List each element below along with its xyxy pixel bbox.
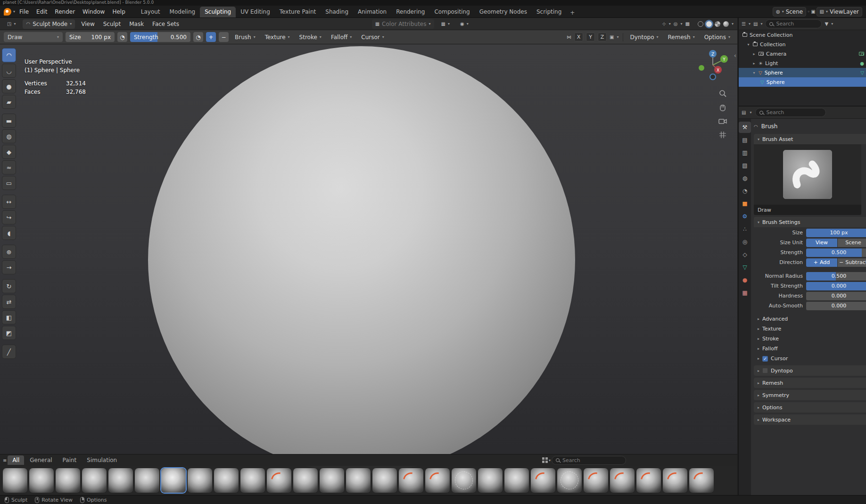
properties-tab-constraints[interactable]: ◇ [739,249,751,260]
tool-flatten[interactable]: ▭ [2,176,16,190]
outliner-search-input[interactable] [776,21,814,27]
brush-thumbnail-22[interactable] [584,468,608,493]
filter-icon[interactable]: ▼ [825,21,828,26]
tab-animation[interactable]: Animation [353,7,391,17]
menu-window[interactable]: Window [79,7,108,17]
stroke-dropdown[interactable]: Stroke ▾ [296,33,325,42]
panel-options[interactable]: ▸ Options [754,402,866,413]
menu-face-sets[interactable]: Face Sets [150,20,181,28]
shelf-search-input[interactable] [562,457,614,463]
symmetry-x-toggle[interactable]: X [574,33,583,41]
brush-thumbnail-23[interactable] [610,468,635,493]
viewport-3d[interactable]: User Perspective (1) Sphere | Sphere Ver… [0,44,737,495]
brush-settings-panel-header[interactable]: ▾ Brush Settings [754,217,866,227]
cursor-dropdown[interactable]: Cursor ▾ [358,33,387,42]
brush-thumbnail-10[interactable] [267,468,291,493]
remesh-dropdown[interactable]: Remesh ▾ [665,33,698,42]
properties-tab-modifiers[interactable]: ⚙ [739,211,751,222]
dyntopo-dropdown[interactable]: Dyntopo ▾ [627,33,662,42]
properties-tab-output[interactable]: ▥ [739,147,751,158]
shelf-tab-all[interactable]: All [8,455,24,465]
shelf-tab-paint[interactable]: Paint [58,455,82,465]
section-cursor[interactable]: ▸ Cursor [754,354,866,364]
properties-editor-icon[interactable]: ▤ [742,110,746,115]
tab-sculpting[interactable]: Sculpting [200,7,236,17]
strength-pressure-icon[interactable]: ◔ [193,32,203,42]
tool-slide-relax[interactable]: ⇄ [2,295,16,309]
grid-view-icon[interactable] [719,131,726,139]
symmetry-z-toggle[interactable]: Z [598,33,607,41]
outliner-editor-icon[interactable]: ☰ [742,21,746,26]
brush-thumbnail-17[interactable] [452,468,476,493]
outliner-display-mode-icon[interactable]: ▤ [753,21,758,26]
properties-tab-object-data[interactable]: ▽ [739,262,751,273]
brush-thumbnail-0[interactable] [3,468,27,493]
properties-search[interactable] [755,108,826,117]
hardness-field[interactable]: 0.000 [806,292,866,300]
direction-add-button[interactable]: + Add [806,258,837,267]
brush-thumbnail-25[interactable] [663,468,687,493]
brush-dropdown[interactable]: Brush ▾ [231,33,259,42]
falloff-dropdown[interactable]: Falloff ▾ [328,33,355,42]
scene-selector[interactable]: ◍ ▾ Scene [773,7,806,17]
panel-remesh[interactable]: ▸ Remesh [754,378,866,388]
tab-modeling[interactable]: Modeling [165,7,200,17]
show-overlays-icon[interactable]: ◎ [674,21,678,26]
camera-data-icon[interactable] [859,52,864,56]
brush-thumbnail-14[interactable] [372,468,397,493]
brush-size-slider[interactable]: Size 100 px [66,32,115,42]
tool-clay-strips[interactable]: ▰ [2,95,16,109]
strength-slider[interactable]: 0.500 [806,248,866,257]
properties-tab-particles[interactable]: ∴ [739,223,751,235]
outliner-row-collection[interactable]: ▾ Collection [739,40,866,49]
shelf-display-mode-icon[interactable] [542,457,548,463]
proportional-grid-dropdown[interactable]: ▦ ▾ [438,19,453,29]
shading-wireframe-icon[interactable] [698,21,703,27]
shelf-menu-icon[interactable]: ≡ [3,458,7,463]
collapse-right-icon[interactable]: ▸ [752,61,756,66]
brush-thumbnail-1[interactable] [29,468,54,493]
tab-compositing[interactable]: Compositing [429,7,474,17]
tool-grab[interactable]: ↔ [2,195,16,209]
shading-solid-icon[interactable] [706,21,712,27]
tool-nudge[interactable]: → [2,260,16,274]
brush-thumbnail-6[interactable] [161,468,186,493]
sphere-object[interactable] [148,46,575,473]
view-layer-selector[interactable]: ▧ ▾ ViewLayer [817,7,862,17]
brush-thumbnail-9[interactable] [240,468,265,493]
outliner-row-scene-collection[interactable]: Scene Collection [739,30,866,40]
panel-dyntopo[interactable]: ▸ Dyntopo [754,365,866,376]
shading-rendered-icon[interactable] [723,21,729,27]
tool-crease[interactable]: ◆ [2,145,16,159]
shelf-search[interactable] [552,456,626,465]
brush-thumbnail-3[interactable] [82,468,107,493]
pan-hand-icon[interactable] [719,104,726,111]
brush-thumbnail-15[interactable] [399,468,423,493]
brush-preview[interactable] [754,144,861,205]
mode-selector[interactable]: ◠ Sculpt Mode ▾ [23,19,75,29]
tab-texture-paint[interactable]: Texture Paint [275,7,321,17]
xray-toggle-icon[interactable]: ▩ [685,21,690,26]
properties-tab-world[interactable]: ◔ [739,185,751,197]
mesh-data-icon[interactable]: ▽ [860,70,864,75]
navigation-gizmo[interactable]: Z Y X [695,47,731,84]
tool-draw[interactable]: ◠ [2,48,16,62]
new-scene-icon[interactable]: ▣ [811,9,815,14]
color-attributes-dropdown[interactable]: ▦ Color Attributes ▾ [372,19,434,29]
tool-face-sets[interactable]: ◩ [2,326,16,340]
section-advanced[interactable]: ▸ Advanced [754,314,866,324]
brush-thumbnail-7[interactable] [188,468,212,493]
section-stroke[interactable]: ▸ Stroke [754,334,866,344]
size-slider[interactable]: 100 px [806,229,866,237]
size-unit-scene-button[interactable]: Scene [838,239,866,247]
properties-tab-view-layer[interactable]: ▧ [739,160,751,171]
section-falloff[interactable]: ▸ Falloff [754,344,866,354]
symmetry-lock-icon[interactable]: ▣ [610,34,614,40]
outliner-row-sphere-object[interactable]: ▾ ▽ Sphere ▽ [739,68,866,77]
menu-render[interactable]: Render [51,7,78,17]
pin-scene-icon[interactable]: ◦ [807,9,810,14]
panel-workspace[interactable]: ▸ Workspace [754,414,866,425]
tool-annotate[interactable]: ╱ [2,345,16,359]
falloff-dropdown[interactable]: ◉ ▾ [457,19,472,29]
shelf-tab-general[interactable]: General [25,455,57,465]
